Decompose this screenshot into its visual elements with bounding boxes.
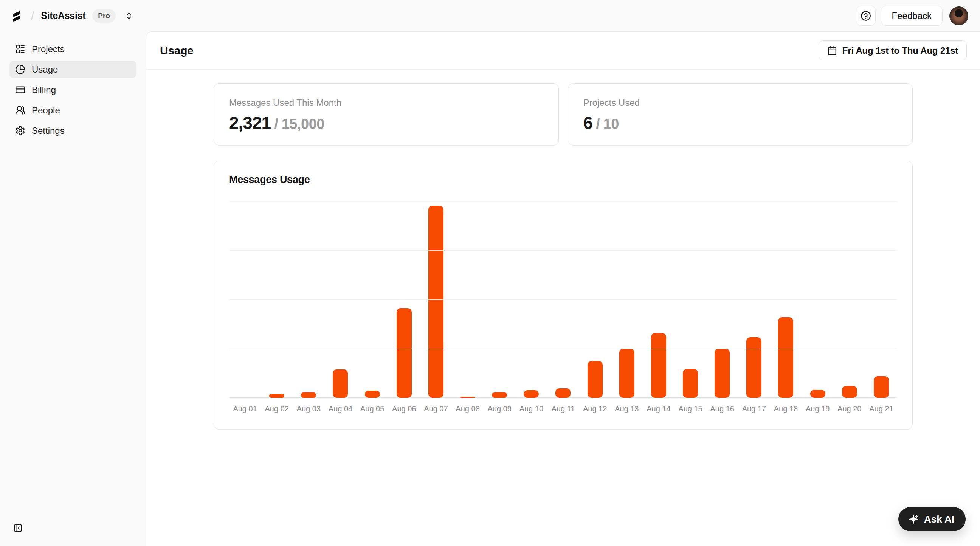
plan-badge: Pro <box>92 9 116 23</box>
sidebar-item-people[interactable]: People <box>10 102 137 119</box>
date-range-label: Fri Aug 1st to Thu Aug 21st <box>842 45 958 56</box>
credit-card-icon <box>15 85 25 95</box>
sidebar-item-label: Settings <box>32 126 65 136</box>
pie-chart-icon <box>15 64 25 75</box>
breadcrumb-slash: / <box>31 10 34 22</box>
x-axis-label: Aug 20 <box>834 404 865 413</box>
page-title: Usage <box>160 44 194 57</box>
page-header: Usage Fri Aug 1st to Thu Aug 21st <box>146 32 980 70</box>
sidebar-item-label: Billing <box>32 85 56 95</box>
x-axis-label: Aug 07 <box>420 404 452 413</box>
layout-list-icon <box>15 44 25 54</box>
chart-plot <box>229 201 897 398</box>
bar-aug-18[interactable] <box>778 317 793 398</box>
chevrons-up-down-icon <box>125 12 133 20</box>
stat-label: Messages Used This Month <box>229 97 543 108</box>
bar-aug-16[interactable] <box>714 349 730 398</box>
sidebar-item-label: Projects <box>32 44 65 54</box>
x-axis-label: Aug 06 <box>388 404 420 413</box>
stats-row: Messages Used This Month 2,321 / 15,000 … <box>214 83 913 146</box>
gridline <box>229 299 897 300</box>
stat-label: Projects Used <box>583 97 897 108</box>
chart-card: Messages Usage Aug 01Aug 02Aug 03Aug 04A… <box>214 161 913 430</box>
x-axis-label: Aug 13 <box>611 404 643 413</box>
x-axis-label: Aug 15 <box>675 404 706 413</box>
sidebar: Projects Usage Billing <box>0 31 146 546</box>
date-range-button[interactable]: Fri Aug 1st to Thu Aug 21st <box>819 40 967 60</box>
stat-limit: 15,000 <box>282 116 325 132</box>
topbar-actions: Feedback <box>856 6 968 26</box>
bar-aug-12[interactable] <box>587 361 603 398</box>
workspace-name: SiteAssist <box>41 10 86 21</box>
x-axis-label: Aug 11 <box>547 404 579 413</box>
stat-separator: / <box>274 116 278 132</box>
sidebar-item-projects[interactable]: Projects <box>10 40 137 57</box>
stat-value: 2,321 <box>229 113 271 133</box>
bar-aug-06[interactable] <box>397 308 412 398</box>
bar-aug-07[interactable] <box>428 206 444 398</box>
x-axis-label: Aug 21 <box>865 404 897 413</box>
stat-card-projects: Projects Used 6 / 10 <box>568 83 913 146</box>
x-axis-label: Aug 09 <box>484 404 515 413</box>
bar-aug-05[interactable] <box>365 391 380 398</box>
x-axis-label: Aug 19 <box>802 404 834 413</box>
bar-aug-15[interactable] <box>683 369 698 398</box>
bar-aug-19[interactable] <box>810 390 826 398</box>
x-axis-label: Aug 02 <box>261 404 293 413</box>
x-axis-label: Aug 17 <box>738 404 770 413</box>
sidebar-item-billing[interactable]: Billing <box>10 81 137 98</box>
stat-limit: 10 <box>603 116 619 132</box>
topbar: / SiteAssist Pro Feedback <box>0 0 980 31</box>
content-area: Messages Used This Month 2,321 / 15,000 … <box>146 70 980 430</box>
sidebar-item-settings[interactable]: Settings <box>10 122 137 139</box>
ask-ai-label: Ask AI <box>924 514 954 525</box>
x-axis-labels: Aug 01Aug 02Aug 03Aug 04Aug 05Aug 06Aug … <box>229 404 897 413</box>
x-axis-label: Aug 14 <box>643 404 675 413</box>
x-axis-label: Aug 16 <box>706 404 738 413</box>
help-icon <box>861 11 871 21</box>
x-axis-label: Aug 05 <box>356 404 388 413</box>
x-axis-label: Aug 08 <box>452 404 484 413</box>
help-button[interactable] <box>856 6 876 26</box>
sidebar-item-usage[interactable]: Usage <box>10 61 137 78</box>
bar-aug-11[interactable] <box>555 388 571 398</box>
bar-aug-17[interactable] <box>746 337 762 398</box>
users-icon <box>15 105 25 115</box>
x-axis-label: Aug 04 <box>325 404 356 413</box>
bar-aug-02[interactable] <box>269 394 284 398</box>
gear-icon <box>15 126 25 136</box>
bar-aug-04[interactable] <box>333 369 348 398</box>
gridline <box>229 349 897 349</box>
main-panel: Usage Fri Aug 1st to Thu Aug 21st Messag… <box>146 31 980 546</box>
stat-card-messages: Messages Used This Month 2,321 / 15,000 <box>214 83 559 146</box>
panel-left-close-icon <box>14 524 22 532</box>
bar-aug-08[interactable] <box>460 396 475 398</box>
calendar-icon <box>827 46 837 56</box>
workspace-switcher[interactable] <box>123 10 135 22</box>
stat-separator: / <box>596 116 600 132</box>
bar-aug-21[interactable] <box>874 376 889 398</box>
workspace-breadcrumb: / SiteAssist Pro <box>11 9 135 23</box>
bar-aug-20[interactable] <box>842 386 857 398</box>
ask-ai-button[interactable]: Ask AI <box>898 507 966 531</box>
logo-icon <box>11 10 24 22</box>
sidebar-item-label: People <box>32 105 60 116</box>
x-axis-label: Aug 10 <box>515 404 547 413</box>
bar-aug-09[interactable] <box>492 393 507 398</box>
x-axis-label: Aug 12 <box>579 404 611 413</box>
feedback-button[interactable]: Feedback <box>881 6 943 26</box>
bar-aug-14[interactable] <box>651 333 666 398</box>
x-axis-label: Aug 18 <box>770 404 802 413</box>
gridline <box>229 201 897 202</box>
collapse-sidebar-button[interactable] <box>14 524 22 532</box>
x-axis-label: Aug 03 <box>293 404 325 413</box>
gridline <box>229 250 897 251</box>
sidebar-item-label: Usage <box>32 64 58 75</box>
stat-value: 6 <box>583 113 593 133</box>
bar-aug-03[interactable] <box>301 393 316 398</box>
bar-aug-10[interactable] <box>523 390 539 398</box>
chart-title: Messages Usage <box>229 174 897 186</box>
user-avatar[interactable] <box>950 6 968 25</box>
bar-aug-13[interactable] <box>619 349 635 398</box>
sparkles-icon <box>908 514 919 525</box>
